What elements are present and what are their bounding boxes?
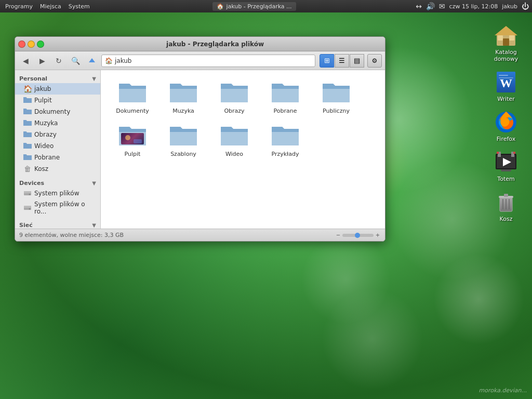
firefox-label: Firefox bbox=[497, 136, 515, 142]
desktop-icon-writer[interactable]: W Writer bbox=[487, 68, 525, 104]
sidebar-item-pobrane[interactable]: Pobrane bbox=[15, 152, 100, 163]
taskbar-item[interactable]: 🏠 jakub - Przeglądarka ... bbox=[212, 2, 296, 11]
icon-view-button[interactable]: ⊞ bbox=[320, 54, 334, 68]
jakub-icon: 🏠 bbox=[23, 85, 32, 93]
minimize-button[interactable] bbox=[28, 41, 35, 48]
sidebar-item-muzyka[interactable]: Muzyka bbox=[15, 117, 100, 129]
up-button[interactable] bbox=[85, 54, 99, 68]
main-area: Personal ▼ 🏠 jakub Pulpit bbox=[15, 70, 385, 229]
svg-rect-32 bbox=[504, 194, 508, 197]
location-bar[interactable]: 🏠 jakub bbox=[101, 55, 315, 67]
desktop-icon-kosz[interactable]: Kosz bbox=[487, 188, 525, 224]
panel-center: 🏠 jakub - Przeglądarka ... bbox=[93, 2, 416, 11]
file-manager-window: jakub - Przeglądarka plików ◀ ▶ ↻ 🔍 🏠 ja… bbox=[15, 36, 385, 242]
personal-arrow[interactable]: ▼ bbox=[92, 76, 96, 82]
taskbar-icon: 🏠 bbox=[217, 3, 224, 10]
file-item-szablony[interactable]: Szablony bbox=[160, 122, 207, 161]
volume-icon[interactable]: 🔊 bbox=[426, 2, 435, 10]
file-item-pobrane[interactable]: Pobrane bbox=[262, 78, 309, 117]
sidebar-item-obrazy[interactable]: Obrazy bbox=[15, 129, 100, 140]
file-item-wideo[interactable]: Wideo bbox=[211, 122, 258, 161]
pulpit-folder bbox=[118, 125, 147, 149]
wideo-sidebar-label: Wideo bbox=[34, 142, 54, 150]
siec-arrow[interactable]: ▼ bbox=[92, 222, 96, 228]
folder-icon-przyklady bbox=[271, 125, 300, 149]
pobrane-file-label: Pobrane bbox=[274, 108, 297, 114]
zoom-slider[interactable] bbox=[342, 234, 374, 237]
sidebar-item-wideo[interactable]: Wideo bbox=[15, 140, 100, 152]
reload-button[interactable]: ↻ bbox=[51, 54, 66, 68]
firefox-img bbox=[494, 110, 518, 135]
svg-rect-17 bbox=[499, 75, 508, 76]
pulpit-file-label: Pulpit bbox=[125, 151, 141, 157]
sidebar-item-pulpit[interactable]: Pulpit bbox=[15, 95, 100, 106]
sidebar-section-siec: Sieć ▼ bbox=[15, 220, 100, 229]
personal-label: Personal bbox=[19, 75, 47, 82]
back-button[interactable]: ◀ bbox=[18, 54, 33, 68]
sidebar-item-system-plkow-ro[interactable]: System plików o ro... bbox=[15, 199, 100, 217]
mail-icon[interactable]: ✉ bbox=[439, 2, 445, 10]
system-plkow-ro-label: System plików o ro... bbox=[34, 201, 96, 215]
drive-icon-1 bbox=[23, 189, 32, 197]
dokumenty-sidebar-label: Dokumenty bbox=[34, 108, 70, 115]
desktop-icon-katalog-domowy[interactable]: Katalogdomowy bbox=[487, 21, 525, 64]
przyklady-file-label: Przykłady bbox=[272, 151, 299, 157]
kosz-sidebar-label: Kosz bbox=[34, 165, 48, 172]
statusbar: 9 elementów, wolne miejsce: 3,3 GB − + bbox=[15, 229, 385, 241]
file-item-obrazy[interactable]: Obrazy bbox=[211, 78, 258, 117]
zoom-control: − + bbox=[335, 232, 381, 238]
zoom-in-button[interactable]: + bbox=[375, 232, 381, 238]
list-view-button[interactable]: ☰ bbox=[335, 54, 349, 68]
svg-rect-4 bbox=[24, 206, 31, 208]
file-item-publiczny[interactable]: Publiczny bbox=[313, 78, 360, 117]
svg-rect-28 bbox=[501, 169, 511, 171]
file-item-przyklady[interactable]: Przykłady bbox=[262, 122, 309, 161]
menu-programy[interactable]: Programy bbox=[2, 2, 36, 11]
close-button[interactable] bbox=[18, 41, 25, 48]
svg-rect-1 bbox=[24, 191, 31, 193]
file-item-dokumenty[interactable]: Dokumenty bbox=[109, 78, 156, 117]
wideo-file-label: Wideo bbox=[225, 151, 243, 157]
datetime-label: czw 15 lip, 12:08 bbox=[449, 3, 498, 10]
sidebar-item-dokumenty[interactable]: Dokumenty bbox=[15, 106, 100, 117]
pulpit-label: Pulpit bbox=[34, 97, 52, 104]
zoom-handle[interactable] bbox=[355, 233, 360, 238]
forward-button[interactable]: ▶ bbox=[35, 54, 49, 68]
network-icon[interactable]: ↔ bbox=[416, 2, 422, 10]
siec-label: Sieć bbox=[19, 222, 33, 229]
svg-rect-18 bbox=[499, 77, 513, 78]
svg-rect-11 bbox=[503, 38, 509, 46]
statusbar-info: 9 elementów, wolne miejsce: 3,3 GB bbox=[19, 232, 124, 238]
sidebar-item-jakub[interactable]: 🏠 jakub bbox=[15, 83, 100, 95]
folder-icon-publiczny bbox=[322, 82, 351, 105]
zoom-out-button[interactable]: − bbox=[335, 232, 341, 238]
desktop-icon-firefox[interactable]: Firefox bbox=[487, 108, 525, 144]
power-icon[interactable]: ⏻ bbox=[522, 2, 529, 10]
muzyka-sidebar-label: Muzyka bbox=[34, 119, 58, 127]
writer-img: W bbox=[494, 70, 518, 95]
menu-miejsca[interactable]: Miejsca bbox=[37, 2, 64, 11]
gear-button[interactable]: ⚙ bbox=[367, 54, 382, 68]
devices-arrow[interactable]: ▼ bbox=[92, 180, 96, 186]
view-buttons: ⊞ ☰ ▤ bbox=[320, 54, 364, 68]
compact-view-button[interactable]: ▤ bbox=[350, 54, 364, 68]
top-panel: Programy Miejsca System 🏠 jakub - Przegl… bbox=[0, 0, 532, 12]
maximize-button[interactable] bbox=[37, 41, 44, 48]
window-controls bbox=[18, 41, 44, 48]
file-item-pulpit[interactable]: Pulpit bbox=[109, 122, 156, 161]
location-path: jakub bbox=[115, 57, 132, 64]
obrazy-sidebar-icon bbox=[23, 130, 32, 139]
devices-label: Devices bbox=[19, 180, 44, 187]
search-button[interactable]: 🔍 bbox=[68, 54, 83, 68]
sidebar-item-kosz[interactable]: 🗑 Kosz bbox=[15, 163, 100, 175]
file-item-muzyka[interactable]: Muzyka bbox=[160, 78, 207, 117]
sidebar-item-system-plkow[interactable]: System plików bbox=[15, 188, 100, 199]
drive-icon-2 bbox=[23, 204, 32, 212]
menu-system[interactable]: System bbox=[65, 2, 93, 11]
panel-left: Programy Miejsca System bbox=[0, 2, 93, 11]
folder-icon-pobrane bbox=[271, 82, 300, 105]
szablony-file-label: Szablony bbox=[170, 151, 196, 157]
dokumenty-sidebar-icon bbox=[23, 108, 32, 116]
desktop-icon-totem[interactable]: Totem bbox=[487, 148, 525, 184]
wideo-sidebar-icon bbox=[23, 142, 32, 150]
